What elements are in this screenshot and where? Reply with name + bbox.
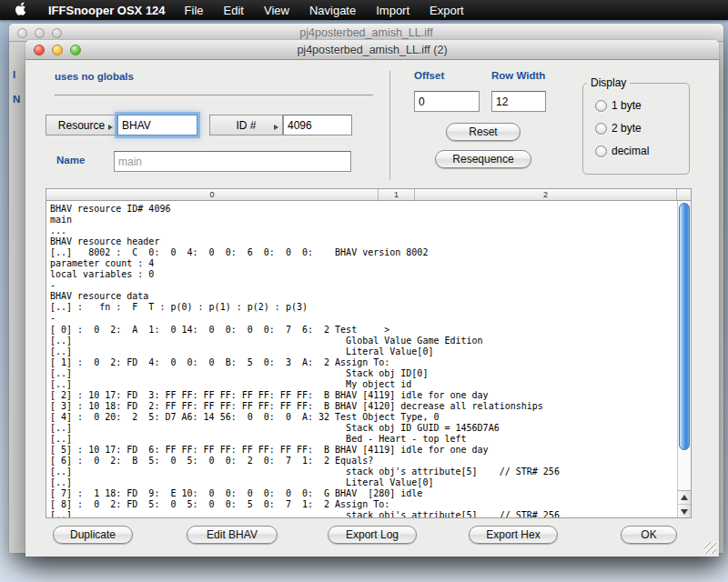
ok-button[interactable]: OK — [621, 526, 677, 544]
hex-dump-view[interactable]: BHAV resource ID# 4096 main ... BHAV res… — [46, 201, 692, 518]
name-input[interactable] — [114, 151, 351, 172]
up-arrow-icon — [681, 495, 688, 500]
name-label: Name — [56, 155, 85, 166]
display-group-label: Display — [587, 76, 630, 89]
radio-icon[interactable] — [595, 123, 607, 135]
vertical-divider — [389, 71, 390, 180]
hex-table-header: 0 1 2 — [46, 188, 692, 201]
menu-item-edit[interactable]: Edit — [214, 0, 254, 20]
hex-dump-text: BHAV resource ID# 4096 main ... BHAV res… — [50, 204, 560, 518]
apple-menu[interactable] — [0, 0, 39, 20]
offset-label: Offset — [414, 70, 444, 81]
title-bar[interactable]: pj4posterbed_amish_LL.iff (2) — [25, 40, 719, 60]
column-header-2[interactable]: 2 — [415, 189, 677, 200]
vertical-scrollbar[interactable] — [677, 201, 691, 517]
zoom-button[interactable] — [70, 45, 81, 55]
menu-item-file[interactable]: File — [175, 0, 214, 20]
close-button[interactable] — [34, 45, 45, 55]
radio-label: 2 byte — [612, 122, 642, 135]
row-width-label: Row Width — [491, 70, 545, 81]
scrollbar-arrows — [678, 490, 691, 517]
background-id-label-partial: I — [13, 69, 15, 80]
column-header-scroll-spacer — [677, 189, 691, 200]
minimize-button[interactable] — [35, 28, 45, 38]
menu-item-import[interactable]: Import — [366, 0, 420, 20]
resource-type-label: Resource — [58, 119, 105, 132]
globals-note: uses no globals — [55, 71, 134, 82]
reset-button[interactable]: Reset — [446, 123, 521, 141]
radio-icon[interactable] — [595, 146, 607, 157]
radio-option-decimal[interactable]: decimal — [595, 145, 689, 157]
background-name-label-partial: N — [13, 94, 20, 105]
resource-id-input[interactable] — [283, 115, 352, 135]
dropdown-arrow-icon — [274, 125, 278, 130]
scroll-down-button[interactable] — [678, 505, 691, 518]
resource-id-label: ID # — [236, 119, 256, 132]
menu-item-export[interactable]: Export — [420, 0, 474, 20]
column-header-0[interactable]: 0 — [46, 189, 379, 200]
row-width-input[interactable] — [491, 91, 546, 112]
export-hex-button[interactable]: Export Hex — [469, 526, 558, 544]
desktop: IFFSnooper OSX 124 File Edit View Naviga… — [0, 0, 728, 582]
down-arrow-icon — [681, 509, 688, 515]
minimize-button[interactable] — [52, 45, 63, 55]
resource-id-dropdown[interactable]: ID # — [209, 115, 283, 135]
background-window-title: pj4posterbed_amish_LL.iff — [9, 24, 723, 42]
menu-item-view[interactable]: View — [254, 0, 299, 20]
radio-label: 1 byte — [612, 99, 642, 112]
radio-icon[interactable] — [595, 100, 607, 112]
export-log-button[interactable]: Export Log — [328, 526, 417, 544]
resource-type-input[interactable] — [117, 115, 197, 135]
radio-option-2byte[interactable]: 2 byte — [595, 122, 689, 135]
radio-option-1byte[interactable]: 1 byte — [595, 99, 689, 112]
duplicate-button[interactable]: Duplicate — [53, 526, 133, 544]
apple-icon — [15, 2, 26, 19]
menu-item-navigate[interactable]: Navigate — [299, 0, 366, 20]
resequence-button[interactable]: Resequence — [435, 150, 531, 168]
radio-label: decimal — [612, 145, 649, 157]
resource-type-dropdown[interactable]: Resource — [46, 115, 117, 135]
menu-bar: IFFSnooper OSX 124 File Edit View Naviga… — [0, 0, 728, 20]
display-group: Display 1 byte 2 byte decimal — [582, 76, 690, 175]
background-title-bar[interactable]: pj4posterbed_amish_LL.iff — [9, 24, 723, 42]
window-title: pj4posterbed_amish_LL.iff (2) — [25, 40, 719, 60]
background-window-controls — [17, 28, 62, 38]
offset-input[interactable] — [414, 91, 480, 112]
main-window: pj4posterbed_amish_LL.iff (2) uses no gl… — [25, 40, 719, 557]
divider — [55, 95, 373, 95]
window-controls — [34, 45, 81, 55]
zoom-button[interactable] — [52, 28, 62, 38]
scroll-up-button[interactable] — [678, 491, 691, 505]
close-button[interactable] — [17, 28, 27, 38]
app-menu[interactable]: IFFSnooper OSX 124 — [39, 0, 175, 20]
resize-grip-icon[interactable] — [704, 542, 716, 554]
scrollbar-thumb[interactable] — [679, 203, 690, 450]
dropdown-arrow-icon — [108, 125, 113, 130]
edit-bhav-button[interactable]: Edit BHAV — [187, 526, 278, 544]
column-header-1[interactable]: 1 — [379, 189, 415, 200]
